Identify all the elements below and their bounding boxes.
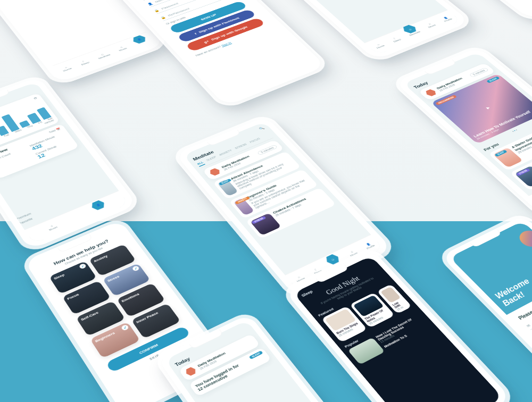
nav-music[interactable]: ♫Music (47, 223, 58, 231)
duration-badge: 5 minutes (256, 145, 278, 156)
nav-home[interactable]: ⌂Home (61, 65, 72, 72)
nav-music[interactable]: ♫Music (117, 45, 128, 52)
nav-profile[interactable]: 👤 (93, 204, 106, 211)
duration-badge: 5 minutes (469, 67, 489, 77)
meditation-hex-icon (184, 366, 198, 376)
tag-sleep: SLEEP (486, 76, 500, 83)
nav-sleep[interactable]: ☾Sleep (79, 58, 90, 65)
tab-focus[interactable]: FOCUS (249, 137, 262, 145)
tab-all[interactable]: ALL (196, 161, 205, 167)
tab-sleep[interactable]: SLEEP (206, 156, 218, 163)
profile-hex-icon: 👤 (130, 34, 148, 45)
nav-profile[interactable]: 👤Profile (440, 15, 453, 22)
check-icon: ✓ (79, 263, 87, 270)
nav-music[interactable]: ♫Music (425, 22, 436, 28)
check-icon: ✓ (121, 324, 129, 331)
nav-profile[interactable]: 👤 (134, 38, 148, 45)
phone-today: Today Daily Meditation26 Feb 2019 5 minu… (395, 47, 532, 216)
nav-meditate[interactable]: ◇Meditate (405, 28, 421, 36)
check-icon: ✓ (131, 265, 140, 272)
nav-profile[interactable]: 👤Profile (363, 241, 376, 249)
lock-icon: 🔒 (153, 9, 160, 13)
lock-icon: 🔒 (160, 15, 167, 20)
nav-sleep[interactable]: ☾Sleep (389, 36, 401, 43)
illustration (515, 228, 532, 250)
welcome-title: WelcomeBack! (493, 260, 532, 308)
mail-icon: ✉︎ (526, 323, 532, 328)
meditation-hex-icon (208, 168, 222, 177)
nav-meditate[interactable]: ◇Meditate (96, 51, 111, 60)
user-icon: 👤 (147, 2, 154, 6)
meditation-hex-icon (424, 88, 438, 97)
nav-home[interactable]: ⌂Home (373, 43, 385, 49)
play-icon[interactable]: ▶ (485, 106, 491, 110)
bottom-nav: ⌂Home ☾Sleep ◇Meditate ♫Music 👤 (53, 32, 156, 78)
signin-link[interactable]: Sign In (221, 41, 232, 47)
